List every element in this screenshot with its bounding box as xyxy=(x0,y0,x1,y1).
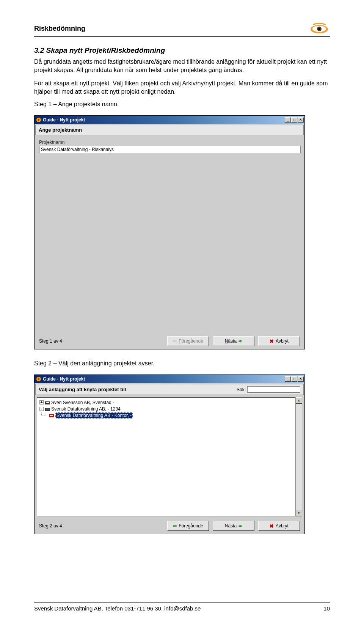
footer-text: Svensk Dataförvaltning AB, Telefon 031-7… xyxy=(34,605,201,612)
projektnamn-input[interactable] xyxy=(39,146,301,153)
close-button[interactable]: × xyxy=(298,117,304,123)
arrow-left-icon: ⇦ xyxy=(173,523,177,529)
minimize-button[interactable]: _ xyxy=(285,117,291,123)
dialog-title: Guide - Nytt projekt xyxy=(43,117,85,123)
svg-rect-17 xyxy=(50,415,51,416)
arrow-left-icon: ⇦ xyxy=(173,338,177,344)
paragraph-1: Då grunddata angetts med fastighetsbruka… xyxy=(34,58,330,74)
building-icon xyxy=(45,400,50,405)
step-2-label: Steg 2 – Välj den anläggning projektet a… xyxy=(34,360,330,367)
next-button[interactable]: Nästa ➪ xyxy=(213,336,254,346)
svg-rect-13 xyxy=(46,409,47,409)
step-indicator: Steg 2 av 4 xyxy=(39,523,163,529)
svg-rect-11 xyxy=(48,402,49,403)
search-input[interactable] xyxy=(247,386,300,393)
prev-label: öregående xyxy=(181,523,203,529)
scrollbar-vertical[interactable]: ▴ ▾ xyxy=(295,397,302,516)
step-1-label: Steg 1 – Ange projektets namn. xyxy=(34,101,330,108)
banner-text: Välj anläggning att knyta projektet till xyxy=(39,387,126,392)
header-title: Riskbedömning xyxy=(34,25,85,33)
dialog-banner: Välj anläggning att knyta projektet till… xyxy=(35,384,304,395)
svg-rect-15 xyxy=(48,409,49,409)
dialog-title: Guide - Nytt projekt xyxy=(43,376,85,382)
cancel-x-icon: ✖ xyxy=(270,338,274,344)
tree-label: Sven Svensson AB, Svenstad - xyxy=(51,400,114,405)
app-icon xyxy=(36,376,41,382)
dialog-guide-step1: Guide - Nytt projekt _ □ × Ange projektn… xyxy=(34,115,305,349)
search-label: Sök: xyxy=(237,387,246,392)
scroll-up-icon[interactable]: ▴ xyxy=(296,397,302,404)
page-header: Riskbedömning xyxy=(34,23,330,37)
svg-point-7 xyxy=(38,378,39,380)
page-number: 10 xyxy=(323,605,330,612)
tree-label-selected: Svensk Dataförvaltning AB - Kontor, - xyxy=(55,412,133,418)
app-icon xyxy=(36,117,41,123)
building-red-icon xyxy=(49,413,54,418)
arrow-right-icon: ➪ xyxy=(238,338,242,344)
maximize-button[interactable]: □ xyxy=(291,376,297,382)
svg-rect-19 xyxy=(52,415,53,416)
eye-logo-icon xyxy=(309,23,330,34)
cancel-label: Avbryt xyxy=(276,523,289,529)
collapse-icon[interactable]: - xyxy=(39,407,44,411)
cancel-x-icon: ✖ xyxy=(270,523,274,529)
tree-label: Svensk Dataförvaltning AB, - 1234 xyxy=(51,406,121,412)
svg-point-5 xyxy=(38,119,39,121)
banner-text: Ange projektnamn xyxy=(39,127,82,133)
svg-rect-14 xyxy=(47,409,48,409)
maximize-button[interactable]: □ xyxy=(291,117,297,123)
titlebar[interactable]: Guide - Nytt projekt _ □ × xyxy=(35,116,304,124)
dialog-guide-step2: Guide - Nytt projekt _ □ × Välj anläggni… xyxy=(34,374,305,534)
paragraph-2: För att skapa ett nytt projekt. Välj fli… xyxy=(34,79,330,96)
arrow-right-icon: ➪ xyxy=(238,523,242,529)
cancel-button[interactable]: ✖ Avbryt xyxy=(258,336,300,346)
svg-rect-18 xyxy=(51,415,52,416)
cancel-button[interactable]: ✖ Avbryt xyxy=(258,521,300,531)
page-footer: Svensk Dataförvaltning AB, Telefon 031-7… xyxy=(34,603,330,612)
section-heading: 3.2 Skapa nytt Projekt/Riskbedömning xyxy=(34,46,330,55)
minimize-button[interactable]: _ xyxy=(285,376,291,382)
tree-node[interactable]: - Svensk Dataförvaltning AB, - 1234 xyxy=(39,406,293,412)
tree-view[interactable]: + Sven Svensson AB, Svenstad - - Svensk … xyxy=(37,397,295,516)
svg-rect-10 xyxy=(47,402,48,403)
tree-node-selected[interactable]: Svensk Dataförvaltning AB - Kontor, - xyxy=(39,412,293,418)
expand-icon[interactable]: + xyxy=(39,400,44,404)
step-indicator: Steg 1 av 4 xyxy=(39,338,163,344)
scroll-down-icon[interactable]: ▾ xyxy=(296,510,302,516)
titlebar[interactable]: Guide - Nytt projekt _ □ × xyxy=(35,375,304,383)
tree-node[interactable]: + Sven Svensson AB, Svenstad - xyxy=(39,399,293,406)
previous-button[interactable]: ⇦ Föregående xyxy=(167,521,209,531)
next-label: ästa xyxy=(228,523,237,529)
dialog-banner: Ange projektnamn xyxy=(35,125,304,135)
previous-button: ⇦ Föregående xyxy=(167,336,209,346)
prev-label: öregående xyxy=(181,338,203,344)
next-label: ästa xyxy=(228,338,237,344)
field-label-projektnamn: Projektnamn xyxy=(39,140,300,145)
close-button[interactable]: × xyxy=(298,376,304,382)
svg-rect-9 xyxy=(46,402,47,403)
next-button[interactable]: Nästa ➪ xyxy=(213,521,254,531)
cancel-label: Avbryt xyxy=(276,338,289,344)
building-icon xyxy=(45,407,50,411)
svg-point-3 xyxy=(318,28,320,30)
